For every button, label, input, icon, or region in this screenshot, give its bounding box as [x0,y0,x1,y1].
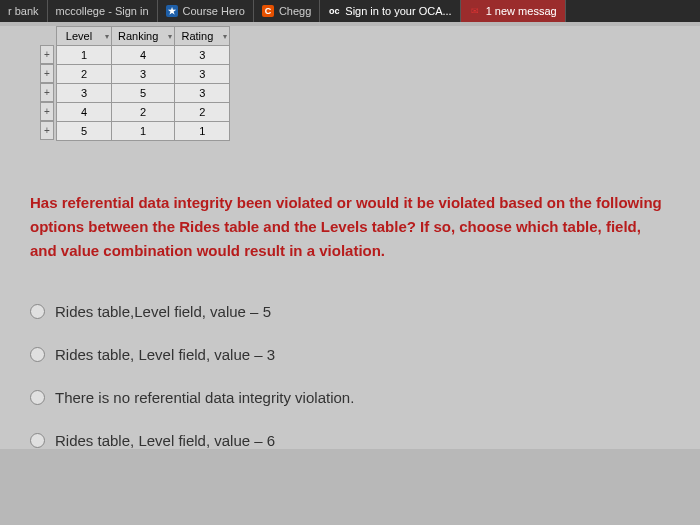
header-label: Level [66,30,92,42]
tab-message[interactable]: ✉ 1 new messag [461,0,566,22]
table-row: 2 3 3 [57,65,230,84]
row-expand-column: + + + + + [40,26,54,141]
cell-rating: 3 [175,46,230,65]
page-content: + + + + + Level ▾ Ranking ▾ Rating ▾ [0,26,700,449]
chegg-icon: C [262,5,274,17]
cell-rating: 2 [175,103,230,122]
cell-level: 2 [57,65,112,84]
tab-label: Chegg [279,5,311,17]
expand-icon[interactable]: + [40,121,54,140]
cell-ranking: 1 [112,122,175,141]
header-label: Rating [181,30,213,42]
levels-table: Level ▾ Ranking ▾ Rating ▾ 1 4 3 2 3 [56,26,230,141]
cell-ranking: 4 [112,46,175,65]
cell-rating: 1 [175,122,230,141]
radio-icon[interactable] [30,433,45,448]
cell-level: 4 [57,103,112,122]
option-label: Rides table, Level field, value – 3 [55,346,275,363]
cell-ranking: 2 [112,103,175,122]
col-header-rating[interactable]: Rating ▾ [175,27,230,46]
tab-chegg[interactable]: C Chegg [254,0,320,22]
cell-level: 5 [57,122,112,141]
option-1[interactable]: Rides table,Level field, value – 5 [30,303,670,320]
table-row: 3 5 3 [57,84,230,103]
coursehero-icon: ★ [166,5,178,17]
cell-level: 1 [57,46,112,65]
option-label: Rides table, Level field, value – 6 [55,432,275,449]
browser-tab-bar: r bank mccollege - Sign in ★ Course Hero… [0,0,700,22]
dropdown-icon[interactable]: ▾ [223,32,227,41]
cell-ranking: 5 [112,84,175,103]
tab-coursehero[interactable]: ★ Course Hero [158,0,254,22]
table-header-row: Level ▾ Ranking ▾ Rating ▾ [57,27,230,46]
radio-icon[interactable] [30,347,45,362]
option-4[interactable]: Rides table, Level field, value – 6 [30,432,670,449]
question-text: Has referential data integrity been viol… [30,191,670,263]
dropdown-icon[interactable]: ▾ [105,32,109,41]
tab-label: Sign in to your OCA... [345,5,451,17]
tab-label: Course Hero [183,5,245,17]
cell-rating: 3 [175,84,230,103]
option-3[interactable]: There is no referential data integrity v… [30,389,670,406]
expand-icon[interactable]: + [40,64,54,83]
col-header-ranking[interactable]: Ranking ▾ [112,27,175,46]
header-label: Ranking [118,30,158,42]
radio-icon[interactable] [30,390,45,405]
cell-rating: 3 [175,65,230,84]
table-row: 5 1 1 [57,122,230,141]
expand-icon[interactable]: + [40,45,54,64]
tab-label: r bank [8,5,39,17]
tab-mccollege[interactable]: mccollege - Sign in [48,0,158,22]
option-label: There is no referential data integrity v… [55,389,354,406]
tab-bank[interactable]: r bank [0,0,48,22]
expand-icon[interactable]: + [40,102,54,121]
tab-label: mccollege - Sign in [56,5,149,17]
expand-icon[interactable]: + [40,83,54,102]
tab-oca[interactable]: oc Sign in to your OCA... [320,0,460,22]
table-row: 4 2 2 [57,103,230,122]
option-label: Rides table,Level field, value – 5 [55,303,271,320]
oca-icon: oc [328,5,340,17]
cell-ranking: 3 [112,65,175,84]
levels-table-wrap: + + + + + Level ▾ Ranking ▾ Rating ▾ [40,26,700,141]
col-header-level[interactable]: Level ▾ [57,27,112,46]
dropdown-icon[interactable]: ▾ [168,32,172,41]
message-icon: ✉ [469,5,481,17]
tab-label: 1 new messag [486,5,557,17]
answer-options: Rides table,Level field, value – 5 Rides… [30,303,670,449]
table-row: 1 4 3 [57,46,230,65]
option-2[interactable]: Rides table, Level field, value – 3 [30,346,670,363]
cell-level: 3 [57,84,112,103]
radio-icon[interactable] [30,304,45,319]
